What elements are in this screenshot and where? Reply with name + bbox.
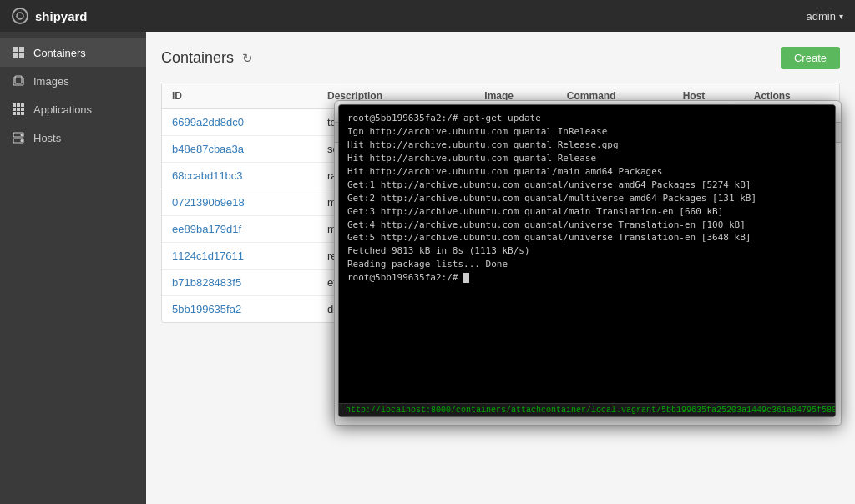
page-title: Containers bbox=[161, 49, 234, 67]
admin-label: admin bbox=[807, 10, 836, 23]
cell-id: 68ccabd11bc3 bbox=[162, 163, 317, 189]
cell-id: 5bb199635fa2 bbox=[162, 296, 317, 323]
svg-rect-10 bbox=[13, 108, 16, 111]
sidebar-item-images[interactable]: Images bbox=[0, 67, 146, 95]
grid-icon bbox=[12, 46, 25, 59]
sidebar-item-hosts[interactable]: Hosts bbox=[0, 123, 146, 152]
svg-rect-12 bbox=[21, 108, 24, 111]
page-header-left: Containers ↻ bbox=[161, 49, 253, 67]
cell-id: 0721390b9e18 bbox=[162, 189, 317, 216]
terminal-overlay: root@5bb199635fa2:/# apt-get update Ign … bbox=[338, 104, 836, 417]
col-id: ID bbox=[162, 83, 317, 109]
cell-id: b48e87cbaa3a bbox=[162, 136, 317, 163]
admin-caret: ▾ bbox=[839, 12, 843, 21]
brand: shipyard bbox=[12, 8, 88, 24]
cell-id: 1124c1d17611 bbox=[162, 243, 317, 270]
terminal-cursor bbox=[463, 273, 469, 283]
terminal-output: root@5bb199635fa2:/# apt-get update Ign … bbox=[347, 112, 827, 285]
brand-name: shipyard bbox=[35, 9, 88, 23]
sidebar-label-hosts: Hosts bbox=[33, 132, 61, 144]
sidebar-label-applications: Applications bbox=[33, 103, 92, 116]
cell-id: 6699a2dd8dc0 bbox=[162, 109, 317, 136]
svg-rect-2 bbox=[19, 47, 24, 52]
svg-point-18 bbox=[21, 134, 23, 136]
sidebar-item-applications[interactable]: Applications bbox=[0, 95, 146, 123]
svg-rect-15 bbox=[21, 112, 24, 115]
svg-rect-9 bbox=[21, 103, 24, 107]
svg-point-0 bbox=[17, 13, 23, 19]
sidebar-label-images: Images bbox=[33, 75, 69, 88]
svg-rect-7 bbox=[13, 103, 16, 107]
svg-rect-4 bbox=[19, 53, 24, 58]
refresh-icon[interactable]: ↻ bbox=[242, 51, 253, 66]
cell-id: ee89ba179d1f bbox=[162, 216, 317, 243]
create-button[interactable]: Create bbox=[781, 47, 840, 69]
svg-rect-1 bbox=[13, 47, 18, 52]
sidebar-item-containers[interactable]: Containers bbox=[0, 38, 146, 67]
svg-rect-11 bbox=[17, 108, 20, 111]
brand-icon bbox=[12, 8, 28, 24]
svg-rect-3 bbox=[13, 53, 18, 58]
page-header: Containers ↻ Create bbox=[161, 47, 840, 69]
topbar: shipyard admin ▾ bbox=[0, 0, 855, 32]
svg-point-19 bbox=[21, 140, 23, 142]
hosts-icon bbox=[12, 131, 25, 144]
svg-rect-6 bbox=[15, 76, 22, 83]
sidebar-label-containers: Containers bbox=[33, 47, 86, 59]
svg-rect-14 bbox=[17, 112, 20, 115]
images-icon bbox=[12, 74, 25, 88]
terminal-statusbar: http://localhost:8000/containers/attachc… bbox=[339, 403, 835, 416]
sidebar: Containers Images Applications Hosts bbox=[0, 32, 146, 504]
svg-rect-8 bbox=[17, 103, 20, 107]
cell-id: b71b828483f5 bbox=[162, 270, 317, 296]
svg-rect-13 bbox=[13, 112, 16, 115]
terminal-body[interactable]: root@5bb199635fa2:/# apt-get update Ign … bbox=[339, 105, 835, 403]
apps-icon bbox=[12, 103, 25, 116]
admin-menu[interactable]: admin ▾ bbox=[807, 10, 843, 23]
